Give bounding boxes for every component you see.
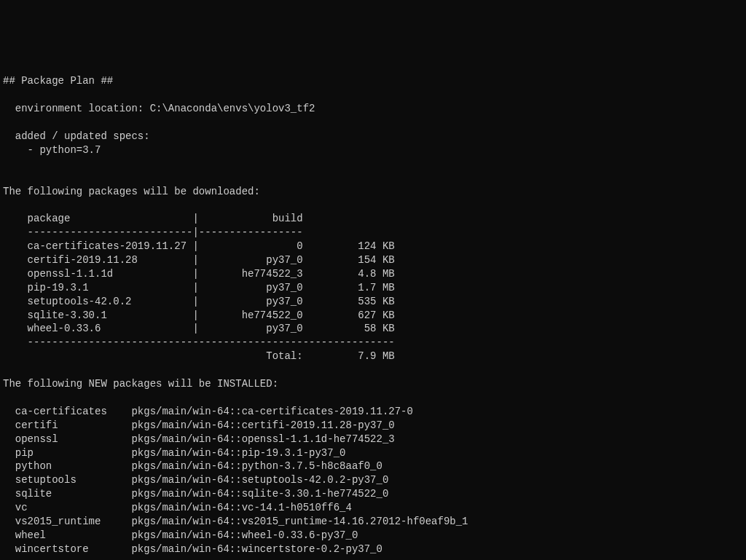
- download-header-divider: ---------------------------|------------…: [3, 226, 303, 238]
- install-row: openssl pkgs/main/win-64::openssl-1.1.1d…: [3, 433, 395, 445]
- download-header-row: package | build: [3, 213, 303, 224]
- download-row: pip-19.3.1 | py37_0 1.7 MB: [3, 282, 395, 293]
- added-specs-label: added / updated specs:: [3, 130, 150, 142]
- install-row: setuptools pkgs/main/win-64::setuptools-…: [3, 474, 388, 486]
- download-row: wheel-0.33.6 | py37_0 58 KB: [3, 323, 395, 334]
- download-row: certifi-2019.11.28 | py37_0 154 KB: [3, 254, 395, 266]
- install-row: ca-certificates pkgs/main/win-64::ca-cer…: [3, 406, 413, 417]
- install-intro: The following NEW packages will be INSTA…: [3, 378, 278, 390]
- terminal-output: ## Package Plan ## environment location:…: [3, 61, 743, 560]
- install-row: certifi pkgs/main/win-64::certifi-2019.1…: [3, 419, 395, 431]
- download-bottom-divider: ----------------------------------------…: [3, 336, 395, 348]
- download-row: ca-certificates-2019.11.27 | 0 124 KB: [3, 240, 395, 252]
- download-row: sqlite-3.30.1 | he774522_0 627 KB: [3, 309, 395, 321]
- download-total-line: Total: 7.9 MB: [3, 350, 395, 362]
- plan-header: ## Package Plan ##: [3, 75, 113, 87]
- install-row: sqlite pkgs/main/win-64::sqlite-3.30.1-h…: [3, 488, 388, 500]
- install-row: python pkgs/main/win-64::python-3.7.5-h8…: [3, 460, 382, 472]
- env-location-label: environment location:: [3, 103, 150, 114]
- env-location-path: C:\Anaconda\envs\yolov3_tf2: [150, 103, 315, 114]
- install-row: pip pkgs/main/win-64::pip-19.3.1-py37_0: [3, 447, 345, 459]
- download-intro: The following packages will be downloade…: [3, 186, 260, 197]
- spec-item: - python=3.7: [3, 144, 101, 156]
- install-row: vs2015_runtime pkgs/main/win-64::vs2015_…: [3, 516, 468, 527]
- env-location-line: environment location: C:\Anaconda\envs\y…: [3, 103, 315, 114]
- install-row: vc pkgs/main/win-64::vc-14.1-h0510ff6_4: [3, 502, 352, 513]
- download-row: openssl-1.1.1d | he774522_3 4.8 MB: [3, 268, 395, 280]
- install-row: wincertstore pkgs/main/win-64::wincertst…: [3, 543, 382, 555]
- download-row: setuptools-42.0.2 | py37_0 535 KB: [3, 296, 395, 307]
- install-row: wheel pkgs/main/win-64::wheel-0.33.6-py3…: [3, 529, 358, 541]
